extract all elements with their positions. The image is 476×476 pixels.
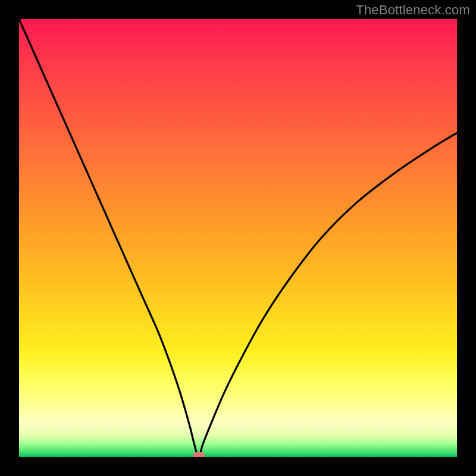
minimum-marker (193, 452, 205, 457)
bottleneck-curve (19, 19, 457, 457)
plot-area (19, 19, 457, 457)
chart-frame: TheBottleneck.com (0, 0, 476, 476)
watermark-text: TheBottleneck.com (356, 2, 470, 18)
curve-layer (19, 19, 457, 457)
